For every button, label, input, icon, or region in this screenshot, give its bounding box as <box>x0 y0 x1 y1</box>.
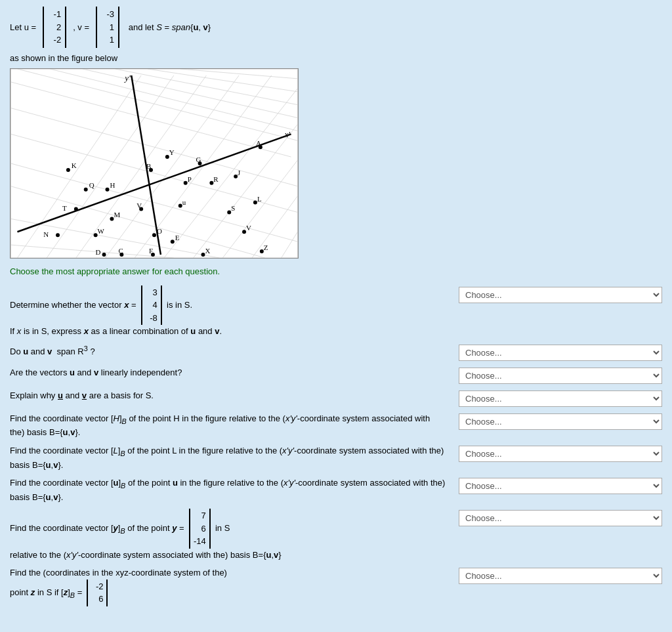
x-vector: 3 4 -8 <box>141 285 162 326</box>
q1-answer[interactable]: Choose... <box>459 285 662 303</box>
q6-text: Find the coordinate vector [L]B of the p… <box>10 446 444 470</box>
q4-select[interactable]: Choose... <box>459 390 662 407</box>
v-val-1: -3 <box>101 8 114 21</box>
q9-text-after: point z in S if [z]B = <box>10 587 85 597</box>
q9-answer[interactable]: Choose... <box>459 566 662 584</box>
u-vector: -1 2 -2 <box>43 7 66 48</box>
q4-question: Explain why u and v are a basis for S. <box>10 389 459 402</box>
svg-text:y': y' <box>123 72 131 82</box>
q1-select[interactable]: Choose... <box>459 287 662 303</box>
q6-select[interactable]: Choose... <box>459 446 662 462</box>
svg-text:R: R <box>213 175 219 182</box>
q8-text-before: Find the coordinate vector [y]B of the p… <box>10 523 186 533</box>
svg-text:N: N <box>43 230 49 238</box>
svg-text:S: S <box>231 204 235 212</box>
q3-select[interactable]: Choose... <box>459 368 662 384</box>
svg-text:V: V <box>246 224 251 232</box>
svg-text:L: L <box>257 194 262 202</box>
z-vector: -2 6 <box>87 579 108 606</box>
q1-text-after: is in S. <box>164 299 192 309</box>
u-val-2: 2 <box>48 21 61 34</box>
svg-text:C: C <box>118 247 123 255</box>
q6-answer[interactable]: Choose... <box>459 444 662 462</box>
svg-point-56 <box>171 240 175 243</box>
svg-text:x': x' <box>284 129 291 139</box>
svg-point-32 <box>106 187 110 191</box>
svg-rect-0 <box>11 69 298 258</box>
svg-point-44 <box>102 253 106 257</box>
q5-question: Find the coordinate vector [H]B of the p… <box>10 412 459 439</box>
q3-text: Are the vectors u and v linearly indepen… <box>10 368 182 377</box>
svg-point-38 <box>56 233 60 237</box>
svg-point-30 <box>84 187 88 191</box>
svg-text:B: B <box>146 161 151 169</box>
q8-answer[interactable]: Choose... <box>459 509 662 526</box>
svg-point-28 <box>66 167 70 171</box>
q9-question: Find the (coordinates in the xyz-coordin… <box>10 566 459 606</box>
q3-row: Are the vectors u and v linearly indepen… <box>10 366 662 384</box>
svg-text:K: K <box>72 161 77 169</box>
figure-box: y' x' K Q H T M N W C D Y B <box>10 68 299 259</box>
q9-row: Find the (coordinates in the xyz-coordin… <box>10 566 662 606</box>
svg-text:V: V <box>136 201 142 209</box>
intro-section: Let u = -1 2 -2 , v = -3 1 1 and let S =… <box>10 7 662 48</box>
u-val-1: -1 <box>48 8 61 21</box>
q5-answer[interactable]: Choose... <box>459 412 662 430</box>
q4-row: Explain why u and v are a basis for S. C… <box>10 389 662 407</box>
figure-svg: y' x' K Q H T M N W C D Y B <box>10 69 298 258</box>
let-label: Let u = <box>10 22 36 32</box>
x-val-2: 4 <box>146 299 158 312</box>
svg-text:X: X <box>205 247 210 255</box>
comma-label: , v = <box>73 22 89 32</box>
y-val-1: 7 <box>194 509 206 522</box>
q6-question: Find the coordinate vector [L]B of the p… <box>10 444 459 471</box>
svg-text:H: H <box>110 180 115 188</box>
q2-question: Do u and v span R3 ? <box>10 343 459 358</box>
q9-text-before: Find the (coordinates in the xyz-coordin… <box>10 568 227 578</box>
q1-text-before: Determine whether the vector x = <box>10 299 138 309</box>
q7-question: Find the coordinate vector [u]B of the p… <box>10 476 459 503</box>
q5-row: Find the coordinate vector [H]B of the p… <box>10 412 662 439</box>
q5-select[interactable]: Choose... <box>459 413 662 430</box>
q6-row: Find the coordinate vector [L]B of the p… <box>10 444 662 471</box>
svg-text:Y: Y <box>169 148 175 156</box>
q9-select[interactable]: Choose... <box>459 568 662 584</box>
svg-point-34 <box>74 207 78 211</box>
qa-layout: Determine whether the vector x = 3 4 -8 … <box>10 285 662 612</box>
q2-select[interactable]: Choose... <box>459 345 662 361</box>
q7-row: Find the coordinate vector [u]B of the p… <box>10 476 662 503</box>
q7-text: Find the coordinate vector [u]B of the p… <box>10 478 445 502</box>
q8-question: Find the coordinate vector [y]B of the p… <box>10 509 459 561</box>
y-val-2: 6 <box>194 522 206 536</box>
v-vector: -3 1 1 <box>96 7 119 48</box>
svg-text:D: D <box>96 248 101 256</box>
q8-text-in: in S <box>213 523 230 533</box>
v-val-3: 1 <box>101 33 114 47</box>
svg-text:P: P <box>188 175 192 182</box>
svg-text:Q: Q <box>89 180 94 188</box>
svg-text:u: u <box>182 198 186 205</box>
svg-text:O: O <box>157 227 162 235</box>
svg-text:Z: Z <box>264 243 268 251</box>
q8-note: relative to the (x'y'-coordinate system … <box>10 550 282 560</box>
svg-text:J: J <box>238 168 241 176</box>
q5-text: Find the coordinate vector [H]B of the p… <box>10 413 430 438</box>
svg-text:E: E <box>175 234 180 242</box>
svg-text:G: G <box>196 156 201 163</box>
q3-question: Are the vectors u and v linearly indepen… <box>10 366 459 379</box>
q2-answer[interactable]: Choose... <box>459 343 662 361</box>
svg-text:A: A <box>256 139 261 147</box>
svg-text:W: W <box>98 227 105 235</box>
u-val-3: -2 <box>48 33 61 47</box>
q7-answer[interactable]: Choose... <box>459 476 662 494</box>
q8-select[interactable]: Choose... <box>459 510 662 526</box>
y-val-3: -14 <box>194 535 206 548</box>
q7-select[interactable]: Choose... <box>459 478 662 494</box>
svg-point-54 <box>152 233 156 237</box>
x-val-3: -8 <box>146 312 158 325</box>
q3-answer[interactable]: Choose... <box>459 366 662 384</box>
svg-text:M: M <box>114 211 120 219</box>
v-val-2: 1 <box>101 21 114 34</box>
as-shown-label: as shown in the figure below <box>10 53 662 63</box>
q4-answer[interactable]: Choose... <box>459 389 662 407</box>
